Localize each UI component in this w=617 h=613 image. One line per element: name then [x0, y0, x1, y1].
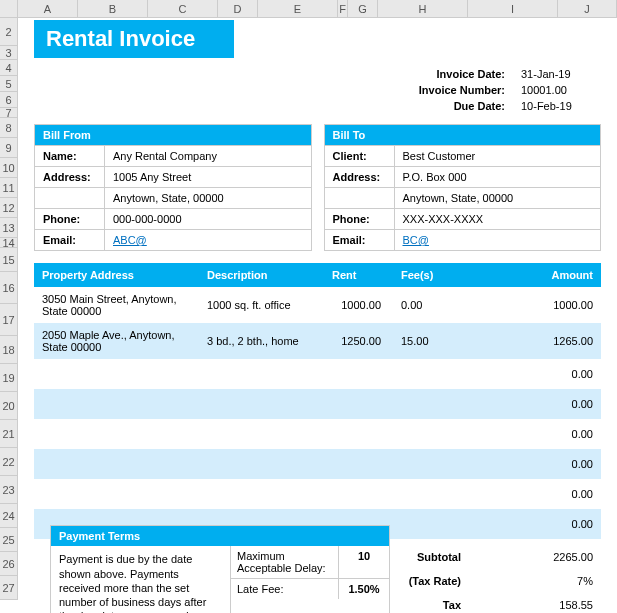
to-email-link[interactable]: BC@	[403, 234, 429, 246]
row-header-25[interactable]: 25	[0, 528, 18, 552]
item-desc[interactable]: 3 bd., 2 bth., home	[199, 329, 324, 353]
item-fee[interactable]	[389, 398, 459, 410]
item-amt[interactable]: 0.00	[459, 482, 601, 506]
payment-terms-block: Payment Terms Payment is due by the date…	[50, 525, 390, 613]
invoice-number-value[interactable]: 10001.00	[521, 82, 601, 98]
item-rent[interactable]	[324, 368, 389, 380]
row-header-14[interactable]: 14	[0, 238, 18, 248]
row-header-8[interactable]: 8	[0, 118, 18, 138]
item-rent[interactable]	[324, 488, 389, 500]
item-prop[interactable]	[34, 458, 199, 470]
row-header-26[interactable]: 26	[0, 552, 18, 576]
item-prop[interactable]: 2050 Maple Ave., Anytown, State 00000	[34, 323, 199, 359]
to-phone[interactable]: XXX-XXX-XXXX	[395, 209, 601, 229]
row-header-4[interactable]: 4	[0, 60, 18, 76]
item-desc[interactable]	[199, 488, 324, 500]
item-desc[interactable]	[199, 398, 324, 410]
row-header-19[interactable]: 19	[0, 364, 18, 392]
to-address1[interactable]: P.O. Box 000	[395, 167, 601, 187]
column-headers: ABCDEFGHIJ	[0, 0, 617, 18]
item-rent[interactable]	[324, 458, 389, 470]
col-header-F[interactable]: F	[338, 0, 348, 17]
item-prop[interactable]	[34, 428, 199, 440]
item-fee[interactable]: 0.00	[389, 293, 459, 317]
item-rent[interactable]: 1000.00	[324, 293, 389, 317]
item-row: 0.00	[34, 449, 601, 479]
due-date-value[interactable]: 10-Feb-19	[521, 98, 601, 114]
col-header-J[interactable]: J	[558, 0, 617, 17]
item-rent[interactable]	[324, 398, 389, 410]
item-amt[interactable]: 0.00	[459, 512, 601, 536]
item-prop[interactable]	[34, 368, 199, 380]
from-email-link[interactable]: ABC@	[113, 234, 147, 246]
row-header-10[interactable]: 10	[0, 158, 18, 178]
item-amt[interactable]: 0.00	[459, 362, 601, 386]
item-amt[interactable]: 1000.00	[459, 293, 601, 317]
from-email-label: Email:	[35, 230, 105, 250]
item-rent[interactable]: 1250.00	[324, 329, 389, 353]
row-header-13[interactable]: 13	[0, 218, 18, 238]
item-desc[interactable]: 1000 sq. ft. office	[199, 293, 324, 317]
col-header-C[interactable]: C	[148, 0, 218, 17]
col-header-G[interactable]: G	[348, 0, 378, 17]
row-header-27[interactable]: 27	[0, 576, 18, 600]
row-header-6[interactable]: 6	[0, 92, 18, 108]
item-fee[interactable]	[389, 458, 459, 470]
row-header-11[interactable]: 11	[0, 178, 18, 198]
item-prop[interactable]: 3050 Main Street, Anytown, State 00000	[34, 287, 199, 323]
from-address2[interactable]: Anytown, State, 00000	[105, 188, 311, 208]
invoice-date-value[interactable]: 31-Jan-19	[521, 66, 601, 82]
from-name[interactable]: Any Rental Company	[105, 146, 311, 166]
item-amt[interactable]: 0.00	[459, 452, 601, 476]
invoice-meta: Invoice Date: 31-Jan-19 Invoice Number: …	[34, 66, 601, 114]
row-header-5[interactable]: 5	[0, 76, 18, 92]
row-header-24[interactable]: 24	[0, 504, 18, 528]
item-prop[interactable]	[34, 488, 199, 500]
col-header-I[interactable]: I	[468, 0, 558, 17]
row-header-18[interactable]: 18	[0, 336, 18, 364]
delay-value[interactable]: 10	[339, 546, 389, 578]
item-amt[interactable]: 1265.00	[459, 329, 601, 353]
row-header-7[interactable]: 7	[0, 108, 18, 118]
col-header-D[interactable]: D	[218, 0, 258, 17]
from-address1[interactable]: 1005 Any Street	[105, 167, 311, 187]
item-desc[interactable]	[199, 368, 324, 380]
row-header-3[interactable]: 3	[0, 46, 18, 60]
tax-value[interactable]: 158.55	[481, 599, 601, 611]
item-amt[interactable]: 0.00	[459, 422, 601, 446]
invoice-title: Rental Invoice	[34, 20, 234, 58]
from-phone[interactable]: 000-000-0000	[105, 209, 311, 229]
row-header-2[interactable]: 2	[0, 18, 18, 46]
tax-rate-value[interactable]: 7%	[481, 575, 601, 587]
item-rent[interactable]	[324, 428, 389, 440]
item-fee[interactable]	[389, 518, 459, 530]
col-header-B[interactable]: B	[78, 0, 148, 17]
row-header-23[interactable]: 23	[0, 476, 18, 504]
row-header-21[interactable]: 21	[0, 420, 18, 448]
row-header-15[interactable]: 15	[0, 248, 18, 272]
row-header-17[interactable]: 17	[0, 304, 18, 336]
row-header-16[interactable]: 16	[0, 272, 18, 304]
col-header-E[interactable]: E	[258, 0, 338, 17]
item-fee[interactable]	[389, 488, 459, 500]
subtotal-value[interactable]: 2265.00	[481, 551, 601, 563]
item-fee[interactable]	[389, 428, 459, 440]
item-desc[interactable]	[199, 428, 324, 440]
to-address2[interactable]: Anytown, State, 00000	[395, 188, 601, 208]
late-fee-label: Late Fee:	[231, 579, 339, 599]
col-rent: Rent	[324, 263, 389, 287]
item-fee[interactable]	[389, 368, 459, 380]
col-header-H[interactable]: H	[378, 0, 468, 17]
late-fee-value[interactable]: 1.50%	[339, 579, 389, 599]
row-header-20[interactable]: 20	[0, 392, 18, 420]
row-header-12[interactable]: 12	[0, 198, 18, 218]
item-amt[interactable]: 0.00	[459, 392, 601, 416]
item-prop[interactable]	[34, 398, 199, 410]
row-header-9[interactable]: 9	[0, 138, 18, 158]
item-desc[interactable]	[199, 458, 324, 470]
item-fee[interactable]: 15.00	[389, 329, 459, 353]
item-row: 0.00	[34, 479, 601, 509]
row-header-22[interactable]: 22	[0, 448, 18, 476]
col-header-A[interactable]: A	[18, 0, 78, 17]
to-client[interactable]: Best Customer	[395, 146, 601, 166]
